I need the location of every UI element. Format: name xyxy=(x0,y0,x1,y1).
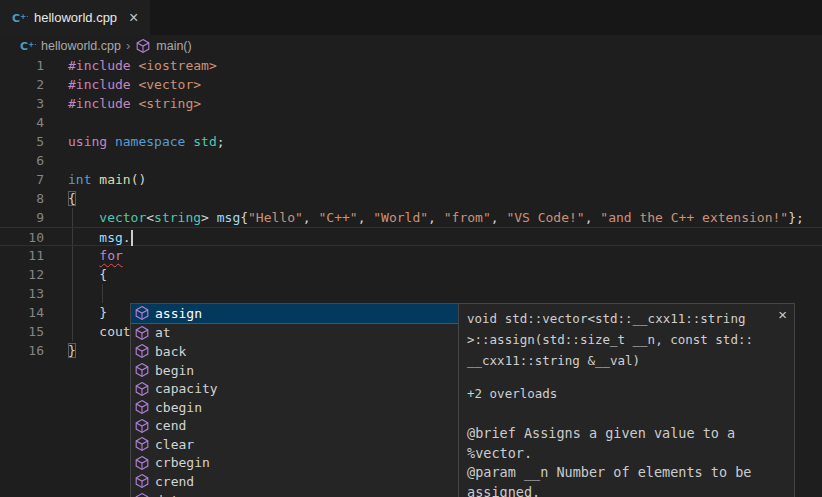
code-line[interactable]: 6 xyxy=(0,151,822,170)
code-line[interactable]: 1#include <iostream> xyxy=(0,56,822,75)
code-text: #include <vector> xyxy=(68,75,201,94)
symbol-method-icon xyxy=(134,305,150,321)
tab-bar: C ++ helloworld.cpp × xyxy=(0,0,822,35)
line-number: 12 xyxy=(0,265,44,284)
code-line[interactable]: 8{ xyxy=(0,189,822,208)
suggest-item-at[interactable]: at xyxy=(131,324,458,343)
suggest-item-cbegin[interactable]: cbegin xyxy=(131,398,458,417)
line-number: 3 xyxy=(0,94,44,113)
svg-text:C: C xyxy=(20,40,28,53)
suggest-item-crbegin[interactable]: crbegin xyxy=(131,454,458,473)
line-number: 4 xyxy=(0,113,44,132)
docs-signature: void std::vector<std::__cxx11::string>::… xyxy=(467,308,772,371)
suggest-item-capacity[interactable]: capacity xyxy=(131,379,458,398)
code-line[interactable]: 5using namespace std; xyxy=(0,132,822,151)
code-text: msg. xyxy=(68,228,133,245)
symbol-method-icon xyxy=(134,381,150,397)
code-line[interactable]: 13 xyxy=(0,284,822,303)
suggest-item-label: back xyxy=(155,344,186,359)
line-number: 11 xyxy=(0,246,44,265)
code-text: } xyxy=(68,341,76,360)
cpp-file-icon: C ++ xyxy=(12,10,28,26)
line-number: 9 xyxy=(0,208,44,227)
suggest-item-crend[interactable]: crend xyxy=(131,472,458,491)
tab-label: helloworld.cpp xyxy=(34,10,117,25)
breadcrumb-item-symbol[interactable]: main() xyxy=(135,38,191,54)
suggest-item-back[interactable]: back xyxy=(131,342,458,361)
tab-close-icon[interactable]: × xyxy=(127,10,140,26)
svg-text:++: ++ xyxy=(28,40,36,49)
line-number: 13 xyxy=(0,284,44,303)
suggest-item-label: capacity xyxy=(155,381,218,396)
close-icon[interactable]: × xyxy=(778,306,787,323)
code-line[interactable]: 4 xyxy=(0,113,822,132)
docs-signature-line: __cxx11::string &__val) xyxy=(467,350,772,371)
code-line[interactable]: 11 for xyxy=(0,246,822,265)
code-line[interactable]: 7int main() xyxy=(0,170,822,189)
docs-description-line: @brief Assigns a given value to a %vecto… xyxy=(467,424,772,463)
code-text: #include <string> xyxy=(68,94,201,113)
breadcrumb: C ++ helloworld.cpp › main() xyxy=(0,35,822,56)
symbol-method-icon xyxy=(134,492,150,497)
line-number: 7 xyxy=(0,170,44,189)
vscode-window: C ++ helloworld.cpp × C ++ helloworld.cp… xyxy=(0,0,822,497)
symbol-method-icon xyxy=(134,343,150,359)
line-number: 8 xyxy=(0,189,44,208)
svg-text:++: ++ xyxy=(20,12,28,21)
symbol-method-icon xyxy=(134,418,150,434)
symbol-method-icon xyxy=(134,362,150,378)
symbol-method-icon xyxy=(134,399,150,415)
code-text: cout xyxy=(68,322,131,341)
line-number: 14 xyxy=(0,303,44,322)
tab-helloworld-cpp[interactable]: C ++ helloworld.cpp × xyxy=(0,0,150,35)
docs-signature-line: >::assign(std::size_t __n, const std:: xyxy=(467,329,772,350)
suggest-item-data[interactable]: data xyxy=(131,491,458,497)
suggest-docs-panel: × void std::vector<std::__cxx11::string>… xyxy=(458,303,795,497)
suggest-list: assignatbackbegincapacitycbegincendclear… xyxy=(130,303,459,497)
chevron-right-icon: › xyxy=(126,38,130,53)
line-number: 10 xyxy=(0,228,44,245)
code-text: using namespace std; xyxy=(68,132,225,151)
code-line[interactable]: 2#include <vector> xyxy=(0,75,822,94)
suggest-item-label: begin xyxy=(155,363,194,378)
code-text: } xyxy=(68,303,107,322)
suggest-item-label: clear xyxy=(155,437,194,452)
suggest-item-label: crend xyxy=(155,474,194,489)
symbol-method-icon xyxy=(134,436,150,452)
symbol-method-icon xyxy=(134,455,150,471)
breadcrumb-file-label: helloworld.cpp xyxy=(41,39,121,53)
breadcrumb-item-file[interactable]: C ++ helloworld.cpp xyxy=(20,38,121,54)
code-text: vector<string> msg{"Hello", "C++", "Worl… xyxy=(68,208,804,227)
code-editor[interactable]: 1#include <iostream>2#include <vector>3#… xyxy=(0,56,822,497)
code-text: { xyxy=(68,265,107,284)
suggest-item-label: cend xyxy=(155,418,186,433)
breadcrumb-symbol-label: main() xyxy=(156,39,191,53)
suggest-item-cend[interactable]: cend xyxy=(131,416,458,435)
suggest-item-label: at xyxy=(155,325,171,340)
code-text: { xyxy=(68,189,76,208)
code-line[interactable]: 9 vector<string> msg{"Hello", "C++", "Wo… xyxy=(0,208,822,227)
docs-signature-line: void std::vector<std::__cxx11::string xyxy=(467,308,772,329)
code-line[interactable]: 12 { xyxy=(0,265,822,284)
text-cursor xyxy=(131,230,133,246)
docs-description-line: @param __n Number of elements to be assi… xyxy=(467,463,772,497)
suggest-item-assign[interactable]: assign xyxy=(131,304,458,324)
suggest-item-label: assign xyxy=(155,306,202,321)
code-text: int main() xyxy=(68,170,146,189)
code-text: for xyxy=(68,246,123,265)
suggest-item-begin[interactable]: begin xyxy=(131,361,458,380)
line-number: 2 xyxy=(0,75,44,94)
suggest-item-clear[interactable]: clear xyxy=(131,435,458,454)
line-number: 6 xyxy=(0,151,44,170)
suggest-item-label: cbegin xyxy=(155,400,202,415)
line-number: 16 xyxy=(0,341,44,360)
symbol-method-icon xyxy=(135,38,151,54)
symbol-method-icon xyxy=(134,325,150,341)
code-line[interactable]: 10 msg. xyxy=(0,227,822,246)
intellisense-suggest-widget: assignatbackbegincapacitycbegincendclear… xyxy=(130,303,795,497)
line-number: 15 xyxy=(0,322,44,341)
code-text: #include <iostream> xyxy=(68,56,217,75)
line-number: 5 xyxy=(0,132,44,151)
suggest-item-label: data xyxy=(155,493,186,497)
code-line[interactable]: 3#include <string> xyxy=(0,94,822,113)
